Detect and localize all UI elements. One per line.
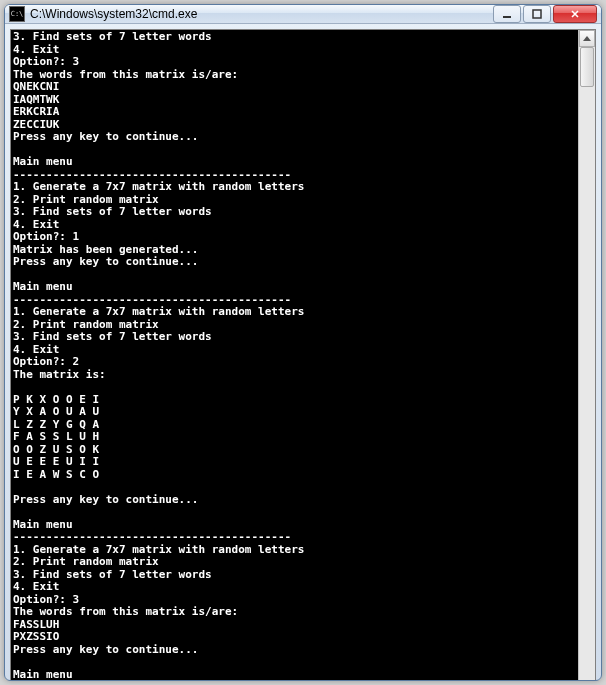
close-button[interactable] xyxy=(553,5,597,23)
vertical-scroll-track[interactable] xyxy=(579,47,595,681)
vertical-scrollbar[interactable] xyxy=(578,30,595,681)
maximize-button[interactable] xyxy=(523,5,551,23)
console-output[interactable]: 3. Find sets of 7 letter words 4. Exit O… xyxy=(11,30,578,681)
scroll-up-button[interactable] xyxy=(579,30,595,47)
cmd-icon: C:\ xyxy=(9,6,25,22)
cmd-window: C:\ C:\Windows\system32\cmd.exe 3. Find … xyxy=(4,4,602,681)
window-title: C:\Windows\system32\cmd.exe xyxy=(30,7,493,21)
titlebar[interactable]: C:\ C:\Windows\system32\cmd.exe xyxy=(5,5,601,24)
svg-rect-0 xyxy=(503,16,511,18)
minimize-button[interactable] xyxy=(493,5,521,23)
svg-rect-1 xyxy=(533,10,541,18)
window-controls xyxy=(493,5,597,23)
vertical-scroll-thumb[interactable] xyxy=(580,47,594,87)
console-area: 3. Find sets of 7 letter words 4. Exit O… xyxy=(10,29,596,681)
